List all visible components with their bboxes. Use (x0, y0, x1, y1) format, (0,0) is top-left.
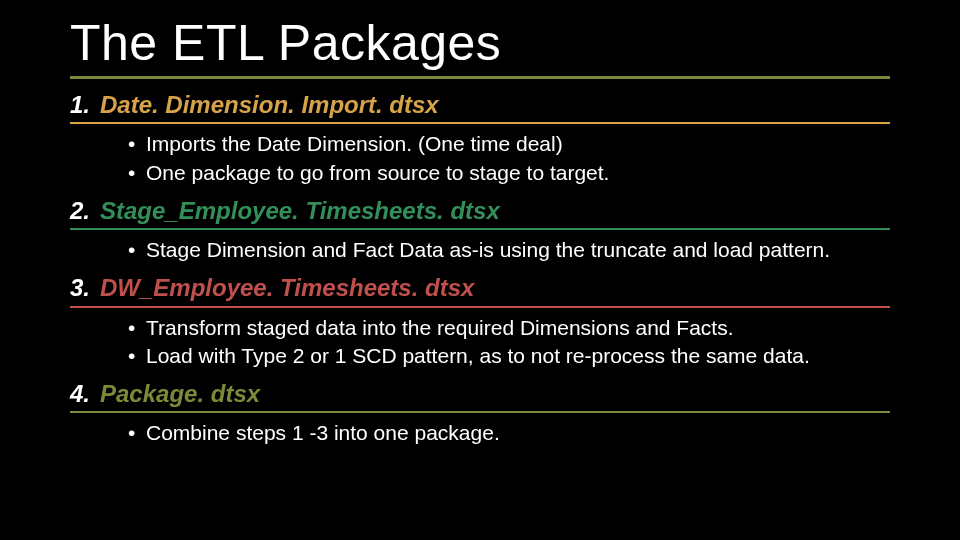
package-name: Package. dtsx (100, 378, 890, 409)
package-divider (70, 306, 890, 308)
package-item: 1. Date. Dimension. Import. dtsx Imports… (70, 89, 890, 187)
package-heading: 3. DW_Employee. Timesheets. dtsx (70, 272, 890, 303)
bullet-list: Imports the Date Dimension. (One time de… (70, 130, 890, 187)
package-heading: 2. Stage_Employee. Timesheets. dtsx (70, 195, 890, 226)
package-item: 3. DW_Employee. Timesheets. dtsx Transfo… (70, 272, 890, 370)
bullet-item: Stage Dimension and Fact Data as-is usin… (128, 236, 890, 264)
package-divider (70, 228, 890, 230)
package-item: 4. Package. dtsx Combine steps 1 -3 into… (70, 378, 890, 448)
package-name: Date. Dimension. Import. dtsx (100, 89, 890, 120)
package-number: 4. (70, 378, 100, 409)
package-item: 2. Stage_Employee. Timesheets. dtsx Stag… (70, 195, 890, 265)
package-number: 3. (70, 272, 100, 303)
bullet-item: Combine steps 1 -3 into one package. (128, 419, 890, 447)
package-divider (70, 411, 890, 413)
package-name: DW_Employee. Timesheets. dtsx (100, 272, 890, 303)
bullet-item: Transform staged data into the required … (128, 314, 890, 342)
bullet-item: Load with Type 2 or 1 SCD pattern, as to… (128, 342, 890, 370)
bullet-list: Stage Dimension and Fact Data as-is usin… (70, 236, 890, 264)
slide: The ETL Packages 1. Date. Dimension. Imp… (0, 0, 960, 540)
bullet-item: Imports the Date Dimension. (One time de… (128, 130, 890, 158)
package-name: Stage_Employee. Timesheets. dtsx (100, 195, 890, 226)
package-number: 2. (70, 195, 100, 226)
bullet-list: Transform staged data into the required … (70, 314, 890, 371)
package-number: 1. (70, 89, 100, 120)
slide-title: The ETL Packages (70, 14, 890, 72)
package-heading: 1. Date. Dimension. Import. dtsx (70, 89, 890, 120)
package-heading: 4. Package. dtsx (70, 378, 890, 409)
content-area: 1. Date. Dimension. Import. dtsx Imports… (70, 89, 890, 448)
bullet-list: Combine steps 1 -3 into one package. (70, 419, 890, 447)
title-divider (70, 76, 890, 79)
bullet-item: One package to go from source to stage t… (128, 159, 890, 187)
package-divider (70, 122, 890, 124)
